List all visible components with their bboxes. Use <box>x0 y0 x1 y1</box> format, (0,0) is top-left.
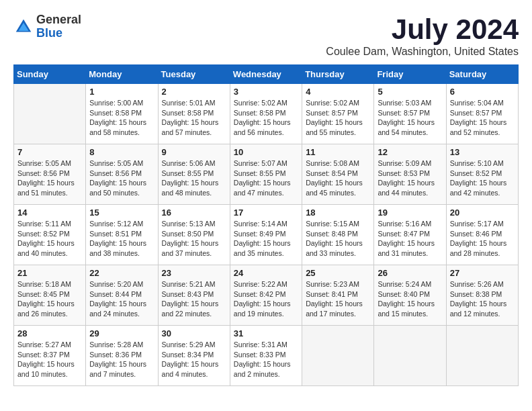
calendar-cell <box>446 326 518 386</box>
day-number: 15 <box>89 208 154 218</box>
day-info: Sunrise: 5:18 AMSunset: 8:45 PMDaylight:… <box>17 279 82 319</box>
day-info: Sunrise: 5:13 AMSunset: 8:50 PMDaylight:… <box>162 219 226 259</box>
calendar-cell: 15Sunrise: 5:12 AMSunset: 8:51 PMDayligh… <box>86 205 158 265</box>
header-thursday: Thursday <box>302 65 374 84</box>
day-info: Sunrise: 5:04 AMSunset: 8:57 PMDaylight:… <box>450 98 515 138</box>
calendar-cell: 6Sunrise: 5:04 AMSunset: 8:57 PMDaylight… <box>446 84 518 144</box>
calendar-cell: 23Sunrise: 5:21 AMSunset: 8:43 PMDayligh… <box>158 265 230 326</box>
calendar-body: 1Sunrise: 5:00 AMSunset: 8:58 PMDaylight… <box>14 84 519 386</box>
calendar-cell: 29Sunrise: 5:28 AMSunset: 8:36 PMDayligh… <box>86 326 158 386</box>
calendar-week-3: 14Sunrise: 5:11 AMSunset: 8:52 PMDayligh… <box>14 205 519 265</box>
calendar-cell: 17Sunrise: 5:14 AMSunset: 8:49 PMDayligh… <box>230 205 302 265</box>
day-info: Sunrise: 5:08 AMSunset: 8:54 PMDaylight:… <box>306 158 370 198</box>
day-number: 22 <box>89 268 154 278</box>
calendar-cell: 3Sunrise: 5:02 AMSunset: 8:58 PMDaylight… <box>230 84 302 144</box>
day-info: Sunrise: 5:06 AMSunset: 8:55 PMDaylight:… <box>162 158 226 198</box>
day-info: Sunrise: 5:12 AMSunset: 8:51 PMDaylight:… <box>89 219 154 259</box>
day-info: Sunrise: 5:26 AMSunset: 8:38 PMDaylight:… <box>450 279 515 319</box>
day-number: 27 <box>450 268 515 278</box>
day-info: Sunrise: 5:23 AMSunset: 8:41 PMDaylight:… <box>306 279 370 319</box>
day-info: Sunrise: 5:20 AMSunset: 8:44 PMDaylight:… <box>89 279 154 319</box>
day-number: 23 <box>162 268 226 278</box>
calendar-cell: 28Sunrise: 5:27 AMSunset: 8:37 PMDayligh… <box>14 326 86 386</box>
calendar-cell: 14Sunrise: 5:11 AMSunset: 8:52 PMDayligh… <box>14 205 86 265</box>
calendar-cell: 27Sunrise: 5:26 AMSunset: 8:38 PMDayligh… <box>446 265 518 326</box>
calendar-cell: 9Sunrise: 5:06 AMSunset: 8:55 PMDaylight… <box>158 144 230 205</box>
calendar-cell: 25Sunrise: 5:23 AMSunset: 8:41 PMDayligh… <box>302 265 374 326</box>
calendar-cell: 18Sunrise: 5:15 AMSunset: 8:48 PMDayligh… <box>302 205 374 265</box>
day-info: Sunrise: 5:03 AMSunset: 8:57 PMDaylight:… <box>378 98 442 138</box>
day-info: Sunrise: 5:17 AMSunset: 8:46 PMDaylight:… <box>450 219 515 259</box>
day-number: 1 <box>89 87 154 97</box>
calendar-cell: 11Sunrise: 5:08 AMSunset: 8:54 PMDayligh… <box>302 144 374 205</box>
day-info: Sunrise: 5:09 AMSunset: 8:53 PMDaylight:… <box>378 158 442 198</box>
calendar-cell: 12Sunrise: 5:09 AMSunset: 8:53 PMDayligh… <box>374 144 446 205</box>
day-number: 4 <box>306 87 370 97</box>
day-number: 2 <box>162 87 226 97</box>
day-info: Sunrise: 5:14 AMSunset: 8:49 PMDaylight:… <box>234 219 298 259</box>
day-info: Sunrise: 5:05 AMSunset: 8:56 PMDaylight:… <box>89 158 154 198</box>
day-info: Sunrise: 5:24 AMSunset: 8:40 PMDaylight:… <box>378 279 442 319</box>
header-saturday: Saturday <box>446 65 518 84</box>
day-info: Sunrise: 5:05 AMSunset: 8:56 PMDaylight:… <box>17 158 82 198</box>
day-number: 31 <box>234 328 298 338</box>
day-number: 20 <box>450 208 515 218</box>
logo-general-text: General <box>36 13 81 27</box>
day-info: Sunrise: 5:02 AMSunset: 8:57 PMDaylight:… <box>306 98 370 138</box>
calendar-cell: 2Sunrise: 5:01 AMSunset: 8:58 PMDaylight… <box>158 84 230 144</box>
day-info: Sunrise: 5:07 AMSunset: 8:55 PMDaylight:… <box>234 158 298 198</box>
calendar-title: July 2024 <box>326 13 519 46</box>
calendar-cell: 19Sunrise: 5:16 AMSunset: 8:47 PMDayligh… <box>374 205 446 265</box>
day-info: Sunrise: 5:01 AMSunset: 8:58 PMDaylight:… <box>162 98 226 138</box>
calendar-cell: 1Sunrise: 5:00 AMSunset: 8:58 PMDaylight… <box>86 84 158 144</box>
day-number: 16 <box>162 208 226 218</box>
logo-text: General Blue <box>36 13 81 40</box>
day-info: Sunrise: 5:31 AMSunset: 8:33 PMDaylight:… <box>234 340 298 379</box>
calendar-cell: 8Sunrise: 5:05 AMSunset: 8:56 PMDaylight… <box>86 144 158 205</box>
day-number: 19 <box>378 208 442 218</box>
header-monday: Monday <box>86 65 158 84</box>
calendar-week-5: 28Sunrise: 5:27 AMSunset: 8:37 PMDayligh… <box>14 326 519 386</box>
day-number: 3 <box>234 87 298 97</box>
day-number: 11 <box>306 147 370 157</box>
calendar-cell: 20Sunrise: 5:17 AMSunset: 8:46 PMDayligh… <box>446 205 518 265</box>
day-info: Sunrise: 5:10 AMSunset: 8:52 PMDaylight:… <box>450 158 515 198</box>
day-number: 21 <box>17 268 82 278</box>
day-number: 24 <box>234 268 298 278</box>
header-tuesday: Tuesday <box>158 65 230 84</box>
title-area: July 2024 Coulee Dam, Washington, United… <box>326 13 519 58</box>
day-number: 10 <box>234 147 298 157</box>
calendar-cell: 26Sunrise: 5:24 AMSunset: 8:40 PMDayligh… <box>374 265 446 326</box>
day-info: Sunrise: 5:29 AMSunset: 8:34 PMDaylight:… <box>162 340 226 379</box>
calendar-cell: 16Sunrise: 5:13 AMSunset: 8:50 PMDayligh… <box>158 205 230 265</box>
day-info: Sunrise: 5:15 AMSunset: 8:48 PMDaylight:… <box>306 219 370 259</box>
header: General Blue July 2024 Coulee Dam, Washi… <box>13 13 519 58</box>
day-number: 29 <box>89 328 154 338</box>
day-number: 18 <box>306 208 370 218</box>
day-info: Sunrise: 5:27 AMSunset: 8:37 PMDaylight:… <box>17 340 82 379</box>
logo: General Blue <box>13 13 81 40</box>
header-wednesday: Wednesday <box>230 65 302 84</box>
calendar-cell <box>14 84 86 144</box>
calendar-cell: 7Sunrise: 5:05 AMSunset: 8:56 PMDaylight… <box>14 144 86 205</box>
day-number: 8 <box>89 147 154 157</box>
calendar-week-4: 21Sunrise: 5:18 AMSunset: 8:45 PMDayligh… <box>14 265 519 326</box>
calendar-subtitle: Coulee Dam, Washington, United States <box>326 46 519 58</box>
calendar-week-2: 7Sunrise: 5:05 AMSunset: 8:56 PMDaylight… <box>14 144 519 205</box>
calendar-cell: 22Sunrise: 5:20 AMSunset: 8:44 PMDayligh… <box>86 265 158 326</box>
day-number: 6 <box>450 87 515 97</box>
calendar-cell: 21Sunrise: 5:18 AMSunset: 8:45 PMDayligh… <box>14 265 86 326</box>
calendar-cell: 5Sunrise: 5:03 AMSunset: 8:57 PMDaylight… <box>374 84 446 144</box>
calendar-header: Sunday Monday Tuesday Wednesday Thursday… <box>14 65 519 84</box>
calendar-cell: 31Sunrise: 5:31 AMSunset: 8:33 PMDayligh… <box>230 326 302 386</box>
calendar-table: Sunday Monday Tuesday Wednesday Thursday… <box>13 64 519 386</box>
day-number: 12 <box>378 147 442 157</box>
logo-icon <box>13 17 34 37</box>
day-header-row: Sunday Monday Tuesday Wednesday Thursday… <box>14 65 519 84</box>
header-sunday: Sunday <box>14 65 86 84</box>
day-number: 5 <box>378 87 442 97</box>
calendar-cell: 30Sunrise: 5:29 AMSunset: 8:34 PMDayligh… <box>158 326 230 386</box>
calendar-cell <box>302 326 374 386</box>
header-friday: Friday <box>374 65 446 84</box>
day-number: 9 <box>162 147 226 157</box>
